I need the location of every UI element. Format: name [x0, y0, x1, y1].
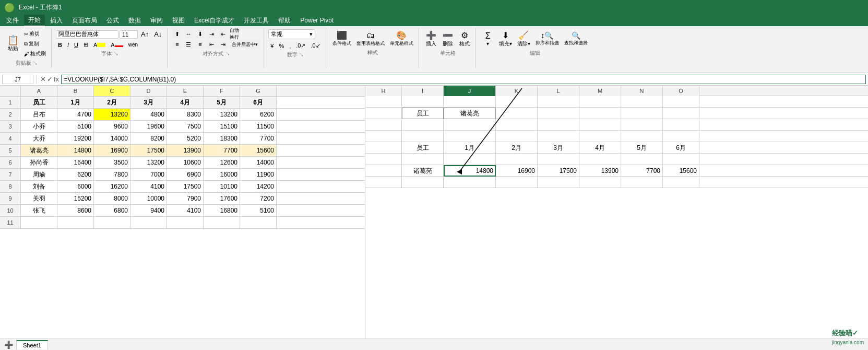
cell-d9[interactable]: 10000: [130, 193, 167, 204]
col-header-o[interactable]: O: [663, 86, 699, 96]
cell-a2[interactable]: 吕布: [21, 109, 57, 120]
cell-m2[interactable]: [579, 108, 621, 119]
top-align-button[interactable]: ⬆: [172, 29, 182, 39]
cell-o2[interactable]: [663, 108, 699, 119]
copy-button[interactable]: ⧉ 复制: [22, 39, 48, 49]
menu-formula[interactable]: 公式: [102, 15, 123, 26]
cell-o1[interactable]: [663, 96, 699, 108]
col-header-d[interactable]: D: [130, 86, 167, 96]
merge-center-button[interactable]: 合并后居中▾: [229, 40, 260, 49]
bold-button[interactable]: B: [56, 41, 64, 49]
cell-i5[interactable]: 员工: [402, 142, 444, 154]
phonetic-button[interactable]: wen: [126, 41, 140, 49]
table-format-button[interactable]: 🗂 套用表格格式: [354, 30, 387, 48]
cell-l3[interactable]: [538, 119, 579, 131]
col-header-i[interactable]: I: [402, 86, 444, 96]
col-header-m[interactable]: M: [579, 86, 621, 96]
row-num-9[interactable]: 9: [0, 193, 21, 204]
cell-k2[interactable]: [496, 108, 538, 119]
cell-g9[interactable]: 7200: [240, 193, 277, 204]
cell-reference[interactable]: J7: [2, 75, 33, 84]
cell-f11[interactable]: [204, 217, 240, 228]
cell-b3[interactable]: 5100: [57, 121, 94, 132]
cell-f3[interactable]: 15100: [204, 121, 240, 132]
cell-j3[interactable]: [444, 119, 496, 131]
comma-button[interactable]: ,: [287, 42, 293, 50]
cell-l8[interactable]: [538, 177, 579, 188]
cell-e1[interactable]: 4月: [167, 97, 204, 108]
cell-a10[interactable]: 张飞: [21, 205, 57, 216]
increase-indent-button[interactable]: ⇥: [218, 40, 228, 49]
font-family-input[interactable]: [56, 30, 118, 39]
col-header-g[interactable]: G: [240, 86, 277, 96]
cell-k3[interactable]: [496, 119, 538, 131]
cell-n8[interactable]: [621, 177, 663, 188]
cell-i1[interactable]: [402, 96, 444, 108]
cell-l5[interactable]: 3月: [538, 142, 579, 154]
cell-n7[interactable]: 7700: [621, 165, 663, 177]
cell-g2[interactable]: 6200: [240, 109, 277, 120]
cell-b6[interactable]: 16400: [57, 157, 94, 168]
cell-o7[interactable]: 15600: [663, 165, 699, 177]
cell-c3[interactable]: 9600: [94, 121, 130, 132]
row-num-10[interactable]: 10: [0, 205, 21, 216]
menu-insert[interactable]: 插入: [46, 15, 67, 26]
menu-data[interactable]: 数据: [124, 15, 145, 26]
col-header-h[interactable]: H: [365, 86, 402, 96]
sort-filter-button[interactable]: ↕🔍 排序和筛选: [533, 30, 561, 48]
cell-j7[interactable]: 14800: [444, 165, 496, 177]
cell-h7[interactable]: [365, 165, 402, 177]
decrease-decimal-button[interactable]: .0↙: [309, 41, 323, 50]
bottom-align-button[interactable]: ⬇: [195, 29, 205, 39]
menu-excel-learn[interactable]: Excel自学成才: [190, 15, 239, 26]
cell-f6[interactable]: 12600: [204, 157, 240, 168]
cell-n2[interactable]: [621, 108, 663, 119]
cell-c2[interactable]: 13200: [94, 109, 130, 120]
cell-c1[interactable]: 2月: [94, 97, 130, 108]
menu-review[interactable]: 审阅: [146, 15, 167, 26]
row-num-3[interactable]: 3: [0, 121, 21, 132]
menu-help[interactable]: 帮助: [274, 15, 295, 26]
cell-j8[interactable]: [444, 177, 496, 188]
cell-e7[interactable]: 6900: [167, 169, 204, 180]
confirm-formula-icon[interactable]: ✓: [47, 75, 53, 83]
cell-f10[interactable]: 16800: [204, 205, 240, 216]
cell-o3[interactable]: [663, 119, 699, 131]
align-center-button[interactable]: ☰: [183, 40, 194, 49]
cell-h8[interactable]: [365, 177, 402, 188]
conditional-format-button[interactable]: ⬛ 条件格式: [330, 29, 353, 48]
row-num-4[interactable]: 4: [0, 133, 21, 144]
cell-b11[interactable]: [57, 217, 94, 228]
cell-m8[interactable]: [579, 177, 621, 188]
cell-c6[interactable]: 3500: [94, 157, 130, 168]
cell-k4[interactable]: [496, 131, 538, 142]
italic-button[interactable]: I: [65, 41, 71, 49]
align-right-button[interactable]: ≡: [195, 40, 205, 49]
font-color-button[interactable]: A: [109, 41, 125, 49]
menu-file[interactable]: 文件: [2, 15, 23, 26]
cell-m3[interactable]: [579, 119, 621, 131]
cell-d2[interactable]: 4800: [130, 109, 167, 120]
cell-n5[interactable]: 5月: [621, 142, 663, 154]
cell-k5[interactable]: 2月: [496, 142, 538, 154]
cell-g3[interactable]: 11500: [240, 121, 277, 132]
row-num-1[interactable]: 1: [0, 97, 21, 108]
sheet-tab-1[interactable]: Sheet1: [16, 340, 48, 347]
cell-a1[interactable]: 员工: [21, 97, 57, 108]
cell-d4[interactable]: 8200: [130, 133, 167, 144]
cell-e9[interactable]: 7900: [167, 193, 204, 204]
format-button[interactable]: ⚙ 格式: [457, 29, 472, 49]
menu-view[interactable]: 视图: [168, 15, 189, 26]
cell-i6[interactable]: [402, 154, 444, 165]
cell-k6[interactable]: [496, 154, 538, 165]
align-left-button[interactable]: ≡: [172, 40, 182, 49]
cut-button[interactable]: ✂ 剪切: [22, 29, 48, 39]
cell-o4[interactable]: [663, 131, 699, 142]
menu-powerpivot[interactable]: Power Pivot: [296, 16, 338, 25]
cell-b7[interactable]: 6200: [57, 169, 94, 180]
cell-c4[interactable]: 14000: [94, 133, 130, 144]
cell-j6[interactable]: [444, 154, 496, 165]
cell-c11[interactable]: [94, 217, 130, 228]
cell-i8[interactable]: [402, 177, 444, 188]
cell-m6[interactable]: [579, 154, 621, 165]
